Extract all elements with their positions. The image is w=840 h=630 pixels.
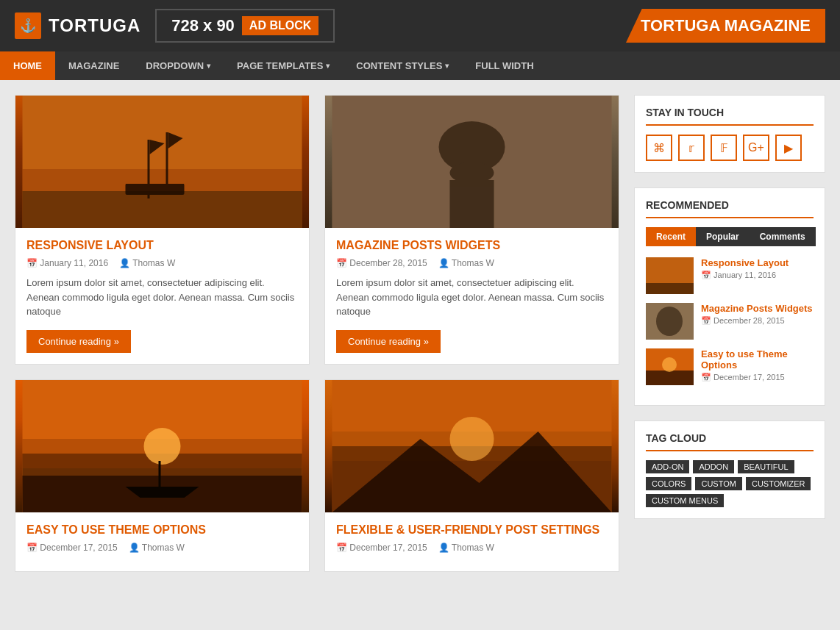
rec-info: Magazine Posts Widgets 📅 December 28, 20…: [701, 303, 814, 326]
stay-in-touch-widget: STAY IN TOUCH ⌘ 𝕣 𝔽 G+ ▶: [634, 95, 825, 173]
post-title: FLEXIBLE & USER-FRIENDLY POST SETTINGS: [336, 523, 608, 537]
post-date: 📅 January 11, 2016: [26, 258, 108, 268]
rec-title[interactable]: Magazine Posts Widgets: [701, 303, 814, 314]
site-header: ⚓ TORTUGA 728 x 90 AD BLOCK TORTUGA MAGA…: [0, 0, 840, 51]
google-plus-icon[interactable]: G+: [743, 135, 769, 161]
svg-rect-27: [646, 283, 694, 294]
post-card: MAGAZINE POSTS WIDGETS 📅 December 28, 20…: [324, 95, 619, 365]
rec-date: 📅 December 17, 2015: [701, 373, 814, 382]
rec-thumb: [646, 303, 694, 340]
tab-comments[interactable]: Comments: [750, 227, 816, 246]
nav-item-home[interactable]: HOME: [0, 51, 55, 80]
recommended-item: Easy to use Theme Options 📅 December 17,…: [646, 348, 814, 385]
main-content: RESPONSIVE LAYOUT 📅 January 11, 2016 👤 T…: [15, 95, 619, 572]
continue-reading-button[interactable]: Continue reading »: [26, 330, 131, 353]
widget-title: STAY IN TOUCH: [646, 107, 814, 126]
logo-icon: ⚓: [15, 12, 41, 39]
post-author: 👤 Thomas W: [129, 543, 185, 553]
post-body: MAGAZINE POSTS WIDGETS 📅 December 28, 20…: [325, 228, 619, 364]
tag-custom-menus[interactable]: CUSTOM MENUS: [646, 494, 724, 507]
tag-custom[interactable]: CUSTOM: [695, 477, 741, 490]
svg-rect-31: [646, 371, 694, 385]
rec-date: 📅 December 28, 2015: [701, 316, 814, 326]
rec-thumb: [646, 257, 694, 294]
svg-point-32: [662, 357, 677, 372]
tag-addon2[interactable]: ADDON: [693, 460, 734, 473]
rec-title[interactable]: Responsive Layout: [701, 257, 814, 268]
tab-recent[interactable]: Recent: [646, 227, 696, 246]
post-excerpt: Lorem ipsum dolor sit amet, consectetuer…: [336, 276, 608, 319]
nav-item-magazine[interactable]: MAGAZINE: [55, 51, 132, 80]
ad-dimensions: 728 x 90: [171, 16, 235, 35]
post-meta: 📅 January 11, 2016 👤 Thomas W: [26, 258, 298, 268]
rec-date: 📅 January 11, 2016: [701, 271, 814, 280]
svg-point-24: [450, 417, 494, 461]
tag-colors[interactable]: COLORS: [646, 477, 691, 490]
recommended-item: Magazine Posts Widgets 📅 December 28, 20…: [646, 303, 814, 340]
ad-banner[interactable]: 728 x 90 AD BLOCK: [155, 9, 335, 43]
rss-icon[interactable]: ⌘: [646, 135, 672, 161]
dropdown-arrow: ▾: [207, 62, 210, 70]
recommended-item: Responsive Layout 📅 January 11, 2016: [646, 257, 814, 294]
post-image: [15, 380, 309, 512]
svg-rect-1: [23, 191, 302, 228]
post-image: [15, 96, 309, 228]
dropdown-arrow: ▾: [445, 62, 449, 70]
tag-addon[interactable]: ADD-ON: [646, 460, 689, 473]
svg-marker-8: [126, 184, 185, 195]
svg-rect-20: [159, 461, 161, 487]
site-logo[interactable]: ⚓ TORTUGA: [15, 12, 140, 39]
post-body: RESPONSIVE LAYOUT 📅 January 11, 2016 👤 T…: [15, 228, 309, 364]
post-title: MAGAZINE POSTS WIDGETS: [336, 239, 608, 252]
dropdown-arrow: ▾: [326, 62, 330, 70]
svg-point-29: [656, 307, 683, 336]
post-image: [325, 96, 619, 228]
nav-item-full-width[interactable]: FULL WIDTH: [462, 51, 547, 80]
twitter-icon[interactable]: 𝕣: [678, 135, 705, 161]
content-area: RESPONSIVE LAYOUT 📅 January 11, 2016 👤 T…: [0, 80, 840, 587]
nav-item-content-styles[interactable]: CONTENT STYLES ▾: [343, 51, 462, 80]
post-date: 📅 December 28, 2015: [336, 258, 427, 268]
post-meta: 📅 December 17, 2015 👤 Thomas W: [26, 543, 298, 553]
social-icons: ⌘ 𝕣 𝔽 G+ ▶: [646, 135, 814, 161]
rec-title[interactable]: Easy to use Theme Options: [701, 348, 814, 371]
post-card: FLEXIBLE & USER-FRIENDLY POST SETTINGS 📅…: [324, 379, 619, 572]
post-author: 👤 Thomas W: [438, 258, 494, 268]
post-card: RESPONSIVE LAYOUT 📅 January 11, 2016 👤 T…: [15, 95, 310, 365]
logo-text: TORTUGA: [49, 15, 140, 36]
widget-title: TAG CLOUD: [646, 432, 814, 451]
magazine-banner: TORTUGA MAGAZINE: [626, 9, 825, 43]
post-meta: 📅 December 28, 2015 👤 Thomas W: [336, 258, 608, 268]
post-date: 📅 December 17, 2015: [26, 543, 118, 553]
rec-info: Easy to use Theme Options 📅 December 17,…: [701, 348, 814, 382]
tag-cloud: ADD-ON ADDON BEAUTIFUL COLORS CUSTOM CUS…: [646, 460, 814, 507]
continue-reading-button[interactable]: Continue reading »: [336, 330, 441, 353]
post-meta: 📅 December 17, 2015 👤 Thomas W: [336, 543, 608, 553]
post-body: EASY TO USE THEME OPTIONS 📅 December 17,…: [15, 512, 309, 571]
post-author: 👤 Thomas W: [119, 258, 175, 268]
post-title: RESPONSIVE LAYOUT: [26, 239, 298, 252]
tag-beautiful[interactable]: BEAUTIFUL: [738, 460, 794, 473]
svg-rect-13: [450, 180, 494, 228]
youtube-icon[interactable]: ▶: [775, 135, 802, 161]
ad-badge: AD BLOCK: [242, 16, 318, 35]
main-nav: HOME MAGAZINE DROPDOWN ▾ PAGE TEMPLATES …: [0, 51, 840, 80]
svg-point-17: [144, 428, 181, 465]
svg-rect-4: [166, 132, 168, 191]
nav-item-dropdown[interactable]: DROPDOWN ▾: [132, 51, 224, 80]
post-excerpt: Lorem ipsum dolor sit amet, consectetuer…: [26, 276, 298, 319]
post-title: EASY TO USE THEME OPTIONS: [26, 523, 298, 537]
rec-info: Responsive Layout 📅 January 11, 2016: [701, 257, 814, 280]
post-date: 📅 December 17, 2015: [336, 543, 427, 553]
post-image: [325, 380, 619, 512]
facebook-icon[interactable]: 𝔽: [711, 135, 737, 161]
nav-item-page-templates[interactable]: PAGE TEMPLATES ▾: [224, 51, 343, 80]
tag-cloud-widget: TAG CLOUD ADD-ON ADDON BEAUTIFUL COLORS …: [634, 420, 825, 519]
tag-customizer[interactable]: CUSTOMIZER: [746, 477, 811, 490]
post-card: EASY TO USE THEME OPTIONS 📅 December 17,…: [15, 379, 310, 572]
post-author: 👤 Thomas W: [438, 543, 494, 553]
widget-title: RECOMMENDED: [646, 199, 814, 218]
posts-grid: RESPONSIVE LAYOUT 📅 January 11, 2016 👤 T…: [15, 95, 619, 572]
tab-popular[interactable]: Popular: [696, 227, 750, 246]
rec-thumb: [646, 348, 694, 385]
